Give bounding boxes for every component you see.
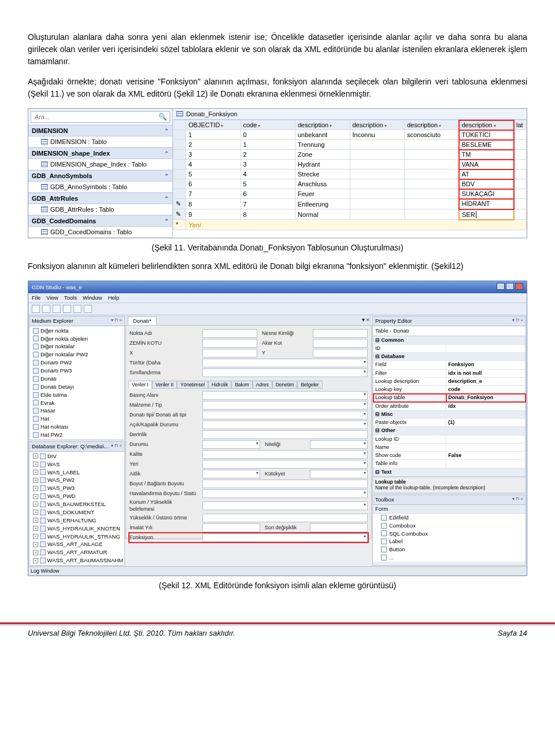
form-tab[interactable]: Veriler I (128, 381, 152, 389)
toolbar[interactable] (28, 303, 527, 315)
form-tab[interactable]: Adres (253, 381, 272, 389)
grid-cell[interactable]: BDV (459, 179, 514, 189)
form-tab[interactable]: Belgeler (297, 381, 322, 389)
toolbar-icon[interactable] (63, 305, 71, 313)
catalog-group-header[interactable]: GDB_AnnoSymbols⌃ (28, 170, 172, 182)
grid-cell[interactable] (350, 140, 405, 150)
form-input[interactable] (310, 440, 368, 449)
form-combobox[interactable] (202, 411, 368, 419)
tree-item[interactable]: +WAS_PW3 (29, 484, 124, 492)
grid-cell[interactable] (350, 179, 405, 189)
toolbox-item[interactable]: SQL Combobox (373, 530, 526, 538)
grid-cell[interactable]: 8 (240, 209, 295, 220)
grid-cell[interactable] (514, 160, 527, 169)
menu-item[interactable]: Help (108, 294, 120, 301)
grid-cell[interactable]: 5 (240, 179, 295, 189)
property-value[interactable]: idx is not null (446, 369, 526, 377)
grid-cell[interactable]: sconosciuto (405, 130, 460, 140)
property-value[interactable]: code (446, 386, 526, 394)
toolbox-item[interactable]: ... (373, 554, 526, 562)
form-input[interactable] (202, 523, 260, 532)
grid-cell[interactable]: 0 (240, 130, 295, 140)
grid-cell[interactable]: 7 (240, 199, 295, 209)
grid-column-header[interactable]: lat (514, 120, 527, 130)
row-header[interactable] (173, 160, 186, 169)
grid-cell[interactable] (350, 199, 405, 209)
grid-cell[interactable]: TÜKETİCİ (459, 130, 514, 140)
panel-pins[interactable]: ▾ ⊓ × (512, 318, 523, 324)
property-row[interactable]: Lookup ID (373, 435, 526, 443)
form-tab[interactable]: Bakım (231, 381, 252, 389)
catalog-group-header[interactable]: DIMENSION_shape_Index⌃ (28, 147, 172, 159)
grid-column-header[interactable]: description▾ (405, 120, 460, 130)
property-row[interactable]: Table info (373, 460, 526, 468)
database-explorer-tree[interactable]: +DIV+WAS+WAS_LABEL+WAS_PW2+WAS_PW3+WAS_P… (29, 452, 124, 565)
form-combobox[interactable] (202, 501, 368, 510)
grid-cell[interactable] (350, 209, 405, 220)
grid-cell[interactable] (514, 199, 527, 209)
grid-cell[interactable]: 6 (186, 179, 241, 189)
row-header[interactable]: ✎ (173, 199, 186, 209)
grid-corner[interactable] (173, 120, 186, 130)
grid-cell[interactable] (350, 160, 405, 169)
form-combobox[interactable] (202, 421, 368, 429)
property-row[interactable]: Lookup keycode (373, 386, 526, 394)
table-row[interactable]: 1 0 unbekannt Inconnu sconosciuto TÜKETİ… (173, 130, 527, 140)
tree-item[interactable]: Diğer noktalar PW2 (29, 351, 124, 359)
grid-cell[interactable]: 3 (240, 160, 295, 169)
tree-item[interactable]: Hat (29, 415, 124, 423)
tree-item[interactable]: +WAS_HYDRAULIK_STRANG (29, 533, 124, 541)
grid-cell[interactable]: Zone (295, 150, 350, 160)
log-window-bar[interactable]: Log Window (28, 566, 527, 576)
grid-cell[interactable]: HİDRANT (459, 199, 514, 209)
tree-item[interactable]: Hat PW2 (29, 431, 124, 439)
row-header-new[interactable]: * (173, 220, 186, 230)
table-row[interactable]: ✎ 9 8 Normal SER (173, 209, 527, 220)
grid-cell[interactable]: Yeni (186, 220, 527, 230)
toolbar-icon[interactable] (42, 305, 50, 313)
grid-cell[interactable]: BESLEME (459, 140, 514, 150)
expand-icon[interactable]: + (33, 478, 38, 483)
form-combobox[interactable] (202, 470, 260, 478)
grid-column-header[interactable]: description▾ (350, 120, 405, 130)
grid-cell[interactable] (514, 130, 527, 140)
panel-pins[interactable]: ▾ ⊓ × (512, 496, 523, 503)
tree-item[interactable]: +WAS_DOKUMENT (29, 508, 124, 517)
grid-cell[interactable] (405, 209, 460, 220)
chevron-down-icon[interactable]: ▾ (330, 123, 332, 128)
form-combobox[interactable] (202, 440, 260, 449)
medium-explorer-tree[interactable]: Diğer noktaDiğer nokta objeleriDiğer nok… (29, 326, 124, 440)
property-row[interactable]: Name (373, 443, 526, 451)
grid-cell[interactable]: Inconnu (350, 130, 405, 140)
row-header[interactable]: ✎ (173, 209, 186, 220)
property-value[interactable]: False (446, 452, 526, 460)
property-value[interactable] (446, 435, 526, 443)
expand-icon[interactable]: + (33, 526, 38, 531)
expand-icon[interactable]: + (33, 550, 38, 555)
table-row[interactable]: 6 5 Anschluss BDV (173, 179, 527, 189)
property-category[interactable]: ⊟ Common (373, 336, 526, 344)
grid-cell[interactable] (405, 169, 460, 179)
catalog-item[interactable]: DIMENSION : Tablo (28, 137, 172, 147)
grid-cell[interactable] (514, 169, 527, 179)
property-row[interactable]: ID (373, 344, 526, 352)
tree-item[interactable]: Evrak (29, 399, 124, 407)
grid-cell[interactable]: Entleerung (295, 199, 350, 209)
search-input[interactable] (34, 113, 158, 121)
data-grid[interactable]: OBJECTID▾code▾description▾description▾de… (173, 120, 527, 230)
form-input[interactable] (202, 514, 368, 522)
window-buttons[interactable] (495, 283, 523, 292)
form-tab[interactable]: Yönetimsel (177, 381, 208, 389)
property-value[interactable]: (1) (446, 419, 526, 427)
grid-cell[interactable] (514, 179, 527, 189)
maximize-icon[interactable] (506, 283, 514, 290)
tree-item[interactable]: Diğer nokta (29, 327, 124, 335)
form-input[interactable] (202, 480, 368, 488)
property-value[interactable]: Fonksiyon (446, 361, 526, 369)
tree-item[interactable]: Donartı PW2 (29, 359, 124, 367)
tree-item[interactable]: Diğer noktalar (29, 342, 124, 351)
tree-item[interactable]: +WAS_BAUWERKSTEIL (29, 500, 124, 508)
grid-cell[interactable]: 3 (186, 150, 241, 160)
tree-item[interactable]: Hat noktası (29, 423, 124, 431)
form-combobox[interactable] (202, 401, 368, 410)
